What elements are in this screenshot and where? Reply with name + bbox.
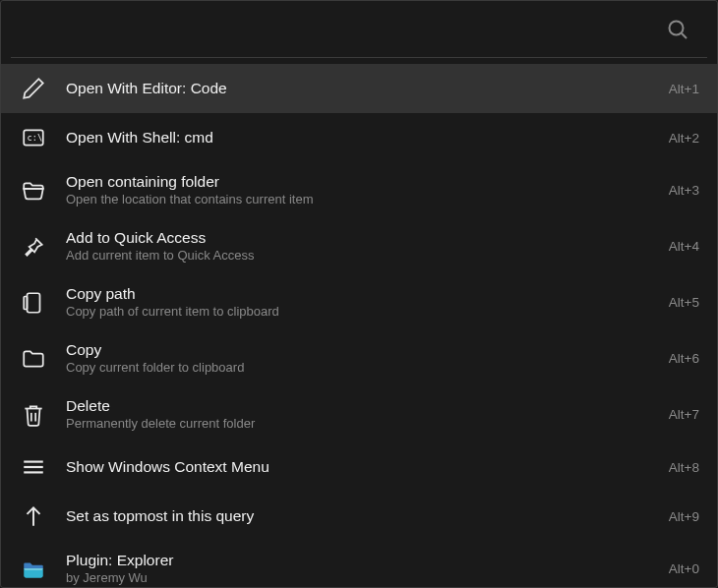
result-title: Open With Editor: Code xyxy=(66,79,657,98)
result-title: Delete xyxy=(66,396,657,416)
result-item[interactable]: Copy path Copy path of current item to c… xyxy=(1,274,717,330)
search-input[interactable] xyxy=(29,1,666,57)
search-icon xyxy=(666,18,689,41)
result-shortcut: Alt+1 xyxy=(657,82,699,96)
folder-open-icon xyxy=(19,176,48,206)
result-shortcut: Alt+3 xyxy=(657,183,699,198)
menu-icon xyxy=(19,452,48,482)
result-subtitle: Add current item to Quick Access xyxy=(66,248,657,265)
launcher-window: Open With Editor: Code Alt+1 c:\ Open Wi… xyxy=(0,0,718,588)
pin-icon xyxy=(19,232,48,262)
result-item[interactable]: Open With Editor: Code Alt+1 xyxy=(1,64,717,113)
result-text: Add to Quick Access Add current item to … xyxy=(66,228,657,265)
result-item[interactable]: Add to Quick Access Add current item to … xyxy=(1,218,717,274)
result-text: Copy path Copy path of current item to c… xyxy=(66,284,657,321)
svg-text:c:\: c:\ xyxy=(28,133,43,143)
result-shortcut: Alt+5 xyxy=(657,295,699,310)
svg-rect-5 xyxy=(24,296,27,309)
terminal-icon: c:\ xyxy=(19,123,48,152)
arrow-up-icon xyxy=(19,501,48,531)
result-title: Add to Quick Access xyxy=(66,228,657,248)
result-title: Copy xyxy=(66,340,657,360)
result-text: Open With Editor: Code xyxy=(66,79,657,98)
result-text: Plugin: Explorer by Jeremy Wu xyxy=(66,551,657,587)
result-item[interactable]: Show Windows Context Menu Alt+8 xyxy=(1,442,717,492)
result-item[interactable]: Set as topmost in this query Alt+9 xyxy=(1,492,717,541)
result-subtitle: Open the location that contains current … xyxy=(66,192,657,208)
result-shortcut: Alt+9 xyxy=(657,509,699,524)
result-item[interactable]: Copy Copy current folder to clipboard Al… xyxy=(1,330,717,386)
results-list: Open With Editor: Code Alt+1 c:\ Open Wi… xyxy=(1,58,717,587)
trash-icon xyxy=(19,400,48,430)
result-text: Set as topmost in this query xyxy=(66,506,657,526)
result-item[interactable]: Delete Permanently delete current folder… xyxy=(1,386,717,442)
svg-rect-4 xyxy=(28,293,40,313)
result-title: Plugin: Explorer xyxy=(66,551,657,570)
result-shortcut: Alt+7 xyxy=(657,407,699,422)
result-subtitle: Copy current folder to clipboard xyxy=(66,360,657,377)
result-shortcut: Alt+4 xyxy=(657,239,699,254)
result-subtitle: by Jeremy Wu xyxy=(66,570,657,587)
result-item[interactable]: Open containing folder Open the location… xyxy=(1,162,717,218)
result-title: Open containing folder xyxy=(66,172,657,192)
result-title: Set as topmost in this query xyxy=(66,506,657,526)
result-text: Show Windows Context Menu xyxy=(66,457,657,477)
result-text: Copy Copy current folder to clipboard xyxy=(66,340,657,377)
result-shortcut: Alt+8 xyxy=(657,460,699,475)
result-subtitle: Permanently delete current folder xyxy=(66,416,657,433)
result-item[interactable]: c:\ Open With Shell: cmd Alt+2 xyxy=(1,113,717,162)
result-item[interactable]: Plugin: Explorer by Jeremy Wu Alt+0 xyxy=(1,541,717,587)
folder-icon xyxy=(19,344,48,374)
svg-point-0 xyxy=(670,21,684,34)
svg-line-1 xyxy=(682,32,687,37)
result-title: Copy path xyxy=(66,284,657,304)
result-text: Open containing folder Open the location… xyxy=(66,172,657,208)
result-shortcut: Alt+6 xyxy=(657,351,699,366)
search-bar xyxy=(11,1,707,58)
result-subtitle: Copy path of current item to clipboard xyxy=(66,304,657,321)
pencil-icon xyxy=(19,74,48,103)
copy-path-icon xyxy=(19,288,48,318)
result-text: Delete Permanently delete current folder xyxy=(66,396,657,433)
result-text: Open With Shell: cmd xyxy=(66,128,657,147)
result-title: Show Windows Context Menu xyxy=(66,457,657,477)
result-shortcut: Alt+2 xyxy=(657,131,699,146)
result-title: Open With Shell: cmd xyxy=(66,128,657,147)
result-shortcut: Alt+0 xyxy=(657,561,699,576)
explorer-color-icon xyxy=(19,555,48,584)
